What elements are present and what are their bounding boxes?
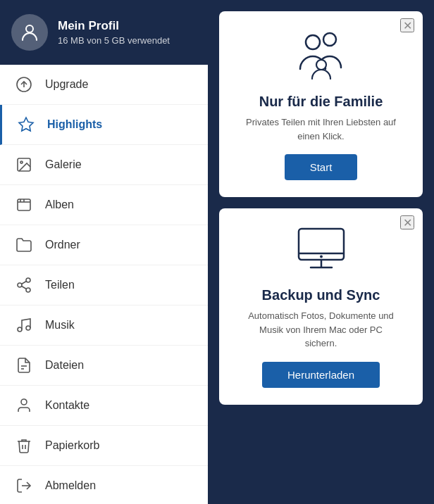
svg-point-15 [18,327,22,332]
svg-point-28 [320,256,323,258]
sidebar-item-label-ordner: Ordner [45,239,80,251]
sidebar-item-musik[interactable]: Musik [0,305,208,346]
family-card-desc: Privates Teilen mit Ihren Liebsten auf e… [244,115,399,143]
svg-line-14 [22,282,27,284]
family-icon [293,28,349,84]
profile-name: Mein Profil [58,19,170,33]
sidebar-item-label-abmelden: Abmelden [45,479,96,492]
sidebar-item-highlights[interactable]: Highlights [0,105,208,145]
main-content: ✕ Nur für die Familie Privates Teilen mi… [208,0,434,504]
backup-card: ✕ Backup und Sync Automatisch Fotos, Dok… [219,208,423,405]
share-icon [14,275,34,295]
sidebar-item-papierkorb[interactable]: Papierkorb [0,426,208,466]
sidebar-item-kontakte[interactable]: Kontakte [0,386,208,426]
svg-point-11 [18,283,22,287]
sidebar-item-label-teilen: Teilen [45,279,75,291]
folder-icon [14,235,34,255]
sidebar-item-label-highlights: Highlights [47,118,102,131]
sidebar-item-abmelden[interactable]: Abmelden [0,466,208,504]
profile-info: Mein Profil 16 MB von 5 GB verwendet [58,19,170,46]
sidebar-item-label-galerie: Galerie [45,158,82,171]
svg-point-16 [26,326,30,330]
svg-marker-3 [19,118,33,131]
svg-line-13 [22,286,27,289]
music-icon [14,315,34,335]
backup-card-title: Backup und Sync [262,287,380,303]
sidebar-item-dateien[interactable]: Dateien [0,346,208,386]
sidebar-item-label-kontakte: Kontakte [45,399,89,412]
profile-header: Mein Profil 16 MB von 5 GB verwendet [0,0,208,65]
sidebar-item-galerie[interactable]: Galerie [0,145,208,185]
sidebar-item-teilen[interactable]: Teilen [0,265,208,305]
file-icon [14,355,34,375]
family-card-title: Nur für die Familie [259,94,383,110]
sidebar-item-alben[interactable]: Alben [0,185,208,225]
sidebar-item-label-dateien: Dateien [45,359,84,372]
profile-storage: 16 MB von 5 GB verwendet [58,35,170,46]
sidebar-item-label-musik: Musik [45,319,75,332]
backup-card-close[interactable]: ✕ [400,215,414,229]
svg-point-23 [316,60,326,70]
star-icon [16,115,36,134]
sidebar: Mein Profil 16 MB von 5 GB verwendet Upg… [0,0,208,504]
nav-list: Upgrade Highlights Galerie Alben [0,65,208,504]
avatar [11,14,48,51]
svg-point-10 [26,278,30,282]
logout-icon [14,476,34,496]
svg-point-5 [20,161,23,163]
family-card: ✕ Nur für die Familie Privates Teilen mi… [219,11,423,197]
sidebar-item-label-papierkorb: Papierkorb [45,439,99,452]
image-icon [14,155,34,175]
svg-point-12 [26,288,30,292]
sidebar-item-label-upgrade: Upgrade [45,78,88,91]
backup-icon [293,225,349,277]
family-card-close[interactable]: ✕ [400,18,414,32]
svg-point-21 [306,35,320,49]
sidebar-item-upgrade[interactable]: Upgrade [0,65,208,105]
svg-point-22 [323,33,336,46]
backup-card-desc: Automatisch Fotos, Dokumente und Musik v… [244,309,399,351]
contact-icon [14,396,34,415]
trash-icon [14,436,34,455]
family-card-btn[interactable]: Start [285,154,358,180]
svg-rect-24 [299,229,344,260]
svg-point-0 [26,25,33,32]
album-icon [14,195,34,215]
backup-card-btn[interactable]: Herunterladen [262,362,380,388]
person-icon [18,21,41,44]
sidebar-item-ordner[interactable]: Ordner [0,225,208,265]
upgrade-icon [14,75,34,94]
sidebar-item-label-alben: Alben [45,199,74,211]
svg-point-19 [21,399,27,405]
